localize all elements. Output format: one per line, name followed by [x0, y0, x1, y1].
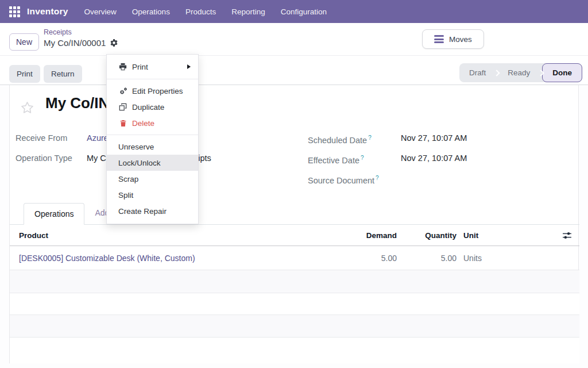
column-header-quantity[interactable]: Quantity	[397, 231, 457, 240]
menu-divider	[107, 135, 198, 135]
control-panel: Print Return Draft Ready Done	[0, 56, 588, 85]
statusbar: Draft Ready Done	[459, 63, 582, 82]
tab-operations[interactable]: Operations	[24, 203, 84, 225]
menu-item-lock-unlock[interactable]: Lock/Unlock	[107, 155, 198, 171]
empty-row	[10, 338, 579, 363]
help-icon: ?	[361, 155, 364, 161]
breadcrumb-current: My Co/IN/00001	[44, 39, 106, 47]
optional-columns-icon[interactable]	[562, 231, 572, 240]
breadcrumb-parent[interactable]: Receipts	[44, 29, 118, 36]
menu-item-create-repair[interactable]: Create Repair	[107, 203, 198, 219]
favorite-star-icon[interactable]	[20, 101, 34, 117]
copy-icon	[118, 103, 127, 111]
menu-item-delete[interactable]: Delete	[107, 115, 198, 131]
moves-button[interactable]: Moves	[422, 29, 484, 49]
cell-quantity[interactable]: 5.00	[397, 254, 457, 263]
empty-row	[10, 293, 579, 315]
menu-item-edit-properties[interactable]: Edit Properties	[107, 83, 198, 99]
menu-divider	[107, 79, 198, 79]
empty-row	[10, 315, 579, 338]
printer-icon	[118, 63, 127, 71]
moves-list-icon	[434, 35, 444, 43]
action-dropdown-menu: Print Edit Properties Dupl	[106, 54, 199, 224]
effective-date-value[interactable]: Nov 27, 10:07 AM	[401, 152, 467, 166]
cell-demand[interactable]: 5.00	[339, 254, 397, 263]
trash-icon	[118, 120, 127, 127]
moves-label: Moves	[449, 35, 472, 44]
breadcrumb-bar: New Receipts My Co/IN/00001 Moves	[0, 23, 588, 56]
scheduled-date-value[interactable]: Nov 27, 10:07 AM	[401, 132, 467, 146]
lines-table-header: Product Demand Quantity Unit	[10, 225, 579, 246]
notebook-tabs: Operations Additional Info	[10, 203, 579, 225]
inventory-receipt-screen: Inventory Overview Operations Products R…	[0, 0, 588, 368]
menu-item-print[interactable]: Print	[107, 58, 198, 75]
cogs-icon	[118, 87, 127, 95]
menu-item-split[interactable]: Split	[107, 187, 198, 203]
cell-product[interactable]: [DESK0005] Customizable Desk (White, Cus…	[10, 254, 339, 263]
column-header-unit[interactable]: Unit	[457, 231, 554, 240]
nav-item-configuration[interactable]: Configuration	[281, 7, 327, 16]
navbar-menu: Overview Operations Products Reporting C…	[84, 7, 327, 16]
status-stage-done[interactable]: Done	[542, 63, 582, 82]
status-stage-draft[interactable]: Draft	[459, 63, 496, 82]
table-row: [DESK0005] Customizable Desk (White, Cus…	[10, 246, 579, 270]
field-label: Scheduled Date?	[308, 132, 401, 146]
apps-grid-icon[interactable]	[9, 6, 20, 17]
menu-item-duplicate[interactable]: Duplicate	[107, 99, 198, 115]
gear-icon[interactable]	[110, 39, 118, 47]
new-button[interactable]: New	[9, 33, 39, 51]
form-sheet: My Co/IN/00001 Receive From Azure Interi…	[9, 85, 579, 363]
return-button[interactable]: Return	[44, 65, 82, 83]
nav-item-overview[interactable]: Overview	[84, 7, 117, 16]
nav-item-products[interactable]: Products	[185, 7, 216, 16]
submenu-caret-icon	[187, 64, 191, 69]
help-icon: ?	[376, 175, 379, 181]
nav-item-operations[interactable]: Operations	[132, 7, 170, 16]
top-navbar: Inventory Overview Operations Products R…	[0, 0, 588, 23]
column-header-demand[interactable]: Demand	[339, 231, 397, 240]
empty-row	[10, 270, 579, 293]
field-scheduled-date: Scheduled Date? Nov 27, 10:07 AM	[308, 132, 467, 146]
print-button[interactable]: Print	[9, 65, 40, 83]
field-label: Effective Date?	[308, 152, 401, 166]
cell-unit[interactable]: Units	[457, 254, 554, 263]
status-stage-ready[interactable]: Ready	[498, 63, 540, 82]
breadcrumb: Receipts My Co/IN/00001	[44, 29, 118, 47]
field-label: Source Document?	[308, 172, 401, 186]
field-effective-date: Effective Date? Nov 27, 10:07 AM	[308, 152, 467, 166]
nav-item-reporting[interactable]: Reporting	[231, 7, 265, 16]
field-label: Receive From	[16, 132, 87, 144]
help-icon: ?	[368, 135, 372, 141]
field-source-document: Source Document?	[308, 172, 401, 186]
column-header-product[interactable]: Product	[10, 231, 339, 240]
field-label: Operation Type	[16, 152, 87, 164]
menu-item-scrap[interactable]: Scrap	[107, 171, 198, 187]
app-name[interactable]: Inventory	[27, 6, 68, 17]
menu-item-unreserve[interactable]: Unreserve	[107, 139, 198, 155]
